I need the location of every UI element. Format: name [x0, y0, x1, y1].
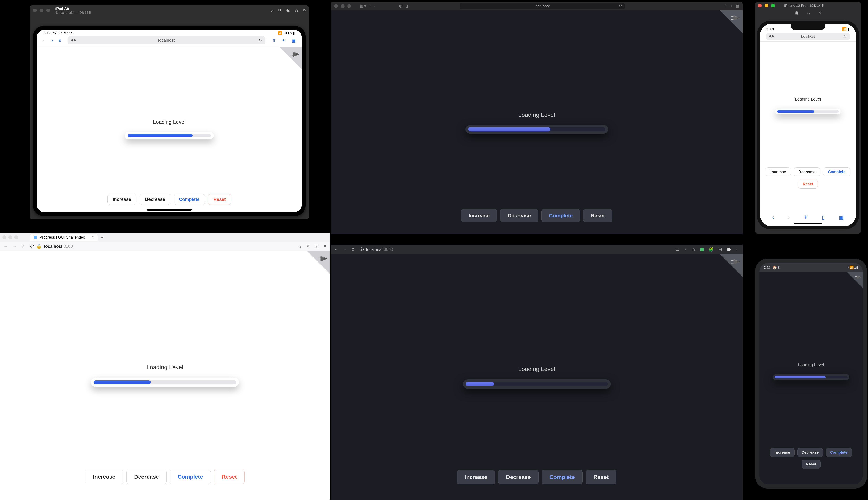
- window-traffic-lights[interactable]: [2, 236, 18, 239]
- simulator-home-icon[interactable]: ⌂: [295, 8, 298, 13]
- increase-button[interactable]: Increase: [461, 209, 497, 222]
- simulator-home-icon[interactable]: ⌂: [807, 10, 810, 15]
- text-size-icon[interactable]: AA: [769, 34, 774, 38]
- decrease-button[interactable]: Decrease: [126, 470, 167, 484]
- profile-avatar-icon[interactable]: [727, 248, 731, 251]
- new-tab-icon[interactable]: +: [101, 235, 103, 240]
- decrease-button[interactable]: Decrease: [140, 194, 170, 205]
- reset-button[interactable]: Reset: [214, 470, 244, 484]
- share-icon[interactable]: ⇪: [724, 4, 727, 8]
- back-icon[interactable]: ←: [3, 244, 8, 249]
- progress-fill: [466, 382, 494, 386]
- tabs-icon[interactable]: ▣: [839, 214, 844, 220]
- shield-icon[interactable]: ◐: [399, 4, 402, 8]
- share-icon[interactable]: ⇪: [684, 247, 687, 252]
- new-tab-icon[interactable]: +: [282, 37, 285, 43]
- forward-icon[interactable]: →: [12, 244, 17, 249]
- bookmark-star-icon[interactable]: ☆: [298, 244, 301, 249]
- home-indicator[interactable]: [794, 223, 822, 225]
- home-indicator[interactable]: [147, 209, 192, 211]
- back-icon[interactable]: ‹: [772, 214, 774, 220]
- share-icon[interactable]: ⇪: [272, 37, 276, 43]
- simulator-pin-icon[interactable]: ⟐: [271, 8, 273, 13]
- decrease-button[interactable]: Decrease: [500, 209, 538, 222]
- menu-icon[interactable]: ⋮: [735, 247, 739, 252]
- favicon: [34, 236, 37, 239]
- sidebar-toggle-icon[interactable]: ▥ ▾: [359, 4, 366, 8]
- address-bar[interactable]: AA localhost ⟳: [68, 36, 265, 44]
- tabs-overview-icon[interactable]: ▦: [735, 4, 739, 8]
- complete-button[interactable]: Complete: [823, 167, 850, 177]
- extension-icon[interactable]: ⚿: [315, 244, 319, 249]
- menu-icon[interactable]: ≡: [324, 244, 326, 249]
- extension-icon[interactable]: [700, 248, 704, 251]
- safari-toolbar: ▥ ▾ ‹ › ◐ ◑ localhost ⟳ ⇪ + ▦: [331, 2, 743, 10]
- reset-button[interactable]: Reset: [801, 460, 821, 469]
- increase-button[interactable]: Increase: [766, 167, 791, 177]
- address-bar[interactable]: 🛡 🔒 localhost:3000: [30, 244, 293, 249]
- reload-icon[interactable]: ⟳: [619, 4, 623, 8]
- simulator-screenshot-icon[interactable]: ◉: [795, 10, 799, 15]
- complete-button[interactable]: Complete: [541, 470, 583, 484]
- complete-button[interactable]: Complete: [541, 209, 580, 222]
- complete-button[interactable]: Complete: [174, 194, 205, 205]
- decrease-button[interactable]: Decrease: [498, 470, 538, 484]
- reload-icon[interactable]: ⟳: [352, 247, 355, 252]
- bookmarks-icon[interactable]: ▯: [822, 214, 825, 220]
- complete-button[interactable]: Complete: [826, 448, 852, 457]
- reload-icon[interactable]: ⟳: [844, 34, 847, 39]
- simulator-rotate-icon[interactable]: ⎋: [819, 10, 821, 15]
- back-icon[interactable]: ‹: [43, 37, 44, 43]
- simulator-camera-icon[interactable]: ◉: [286, 8, 290, 13]
- address-bar[interactable]: AA localhost ⟳: [766, 33, 850, 40]
- increase-button[interactable]: Increase: [457, 470, 495, 484]
- install-app-icon[interactable]: ⬓: [675, 247, 679, 252]
- app-viewport-safari: 🔌 Loading Level Increase Decrease Comple…: [331, 10, 743, 234]
- share-icon[interactable]: ⇪: [803, 214, 808, 220]
- window-traffic-lights[interactable]: [758, 4, 775, 8]
- info-icon[interactable]: ⓘ: [359, 247, 364, 252]
- increase-button[interactable]: Increase: [85, 470, 123, 484]
- ipad-titlebar[interactable]: iPad Air 4th generation – iOS 14.5 ⟐ ⧉ ◉…: [30, 5, 309, 16]
- back-icon[interactable]: ←: [334, 247, 338, 252]
- app-viewport-firefox: 🔌 Loading Level Increase Decrease Comple…: [0, 251, 330, 500]
- increase-button[interactable]: Increase: [107, 194, 137, 205]
- forward-icon[interactable]: →: [343, 247, 347, 252]
- text-size-icon[interactable]: AA: [71, 38, 76, 43]
- bookmark-star-icon[interactable]: ☆: [692, 247, 696, 252]
- shield-icon[interactable]: 🛡: [30, 244, 34, 249]
- reset-button[interactable]: Reset: [798, 180, 818, 189]
- reading-list-icon[interactable]: ▤: [718, 247, 722, 252]
- iphone-titlebar[interactable]: iPhone 12 Pro – iOS 14.5: [755, 2, 861, 9]
- appearance-icon[interactable]: ◑: [406, 4, 409, 8]
- reset-button[interactable]: Reset: [583, 209, 613, 222]
- tabs-icon[interactable]: ▣: [291, 37, 296, 43]
- simulator-screenshot-icon[interactable]: ⧉: [278, 8, 282, 13]
- app-viewport-ipad: 🔌 Loading Level Increase Decrease Comple…: [37, 47, 302, 212]
- browser-tab[interactable]: Progress | GUI Challenges ×: [30, 234, 98, 241]
- close-tab-icon[interactable]: ×: [92, 235, 94, 240]
- reset-button[interactable]: Reset: [586, 470, 616, 484]
- reload-icon[interactable]: ⟳: [259, 38, 262, 43]
- ipad-status-bar: 3:19 PM Fri Mar 4 📶 100% ▮: [37, 30, 302, 35]
- decrease-button[interactable]: Decrease: [797, 448, 823, 457]
- decrease-button[interactable]: Decrease: [794, 167, 820, 177]
- forward-icon[interactable]: ›: [374, 4, 375, 8]
- new-tab-icon[interactable]: +: [730, 4, 732, 8]
- forward-icon[interactable]: ›: [788, 214, 790, 220]
- increase-button[interactable]: Increase: [770, 448, 795, 457]
- address-bar[interactable]: ⓘ localhost:3000: [359, 247, 671, 252]
- address-bar[interactable]: localhost ⟳: [460, 3, 625, 9]
- back-icon[interactable]: ‹: [369, 4, 370, 8]
- window-traffic-lights[interactable]: [33, 9, 50, 12]
- extensions-puzzle-icon[interactable]: 🧩: [708, 247, 714, 252]
- reload-icon[interactable]: ⟳: [22, 244, 25, 249]
- eyedropper-icon[interactable]: ✎: [306, 244, 310, 249]
- sidebar-icon[interactable]: ▥: [58, 39, 61, 42]
- simulator-rotate-icon[interactable]: ⎋: [303, 8, 306, 13]
- complete-button[interactable]: Complete: [170, 470, 211, 484]
- window-traffic-lights[interactable]: [334, 4, 351, 8]
- reset-button[interactable]: Reset: [208, 194, 231, 205]
- ipad-device-frame: 3:19 PM Fri Mar 4 📶 100% ▮ ‹ › ▥ AA loca…: [33, 26, 306, 216]
- forward-icon[interactable]: ›: [52, 37, 53, 43]
